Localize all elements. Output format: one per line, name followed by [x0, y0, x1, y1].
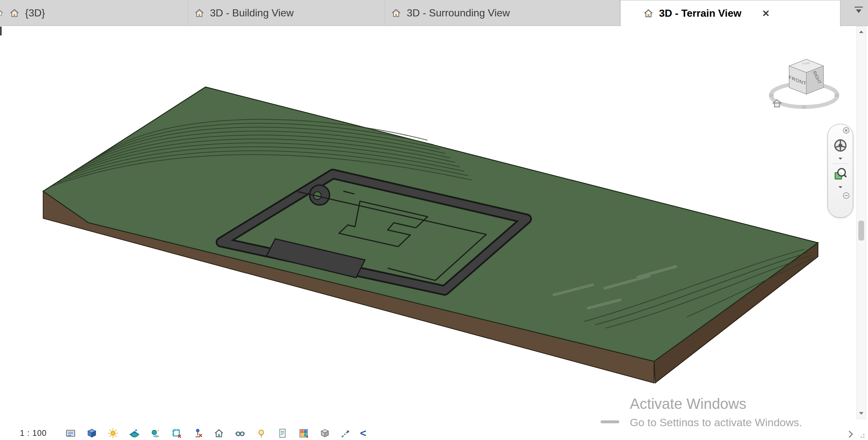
- compass-south-tick: [802, 105, 806, 109]
- compass-west-tick: [769, 94, 774, 97]
- wheel-menu-caret-icon[interactable]: [838, 156, 843, 161]
- scroll-down-icon[interactable]: [857, 408, 866, 419]
- tab-bar-spacer: [840, 0, 868, 26]
- worksharing-display-icon[interactable]: [298, 427, 310, 439]
- temporary-view-properties-icon[interactable]: [276, 427, 288, 439]
- navbar-minimize-icon[interactable]: [843, 192, 850, 200]
- home-icon: [194, 9, 204, 17]
- tab-label: {3D}: [25, 7, 45, 19]
- shadows-icon[interactable]: [149, 427, 161, 439]
- home-icon: [10, 9, 19, 17]
- view-tab-surrounding-view[interactable]: 3D - Surrounding View: [385, 0, 620, 26]
- rendering-dialog-icon[interactable]: [128, 427, 140, 439]
- compass-east-tick: [835, 94, 839, 97]
- view-tab-bar: {3D} 3D - Building View 3D - Surrounding…: [0, 0, 868, 26]
- collapse-chevron[interactable]: <: [360, 427, 366, 439]
- vertical-scrollbar[interactable]: [857, 26, 866, 419]
- view-control-icons: [64, 427, 352, 439]
- detail-level-icon[interactable]: [64, 427, 77, 439]
- vertical-scroll-thumb[interactable]: [858, 221, 864, 240]
- view-tab-building-view[interactable]: 3D - Building View: [188, 0, 385, 26]
- visual-style-icon[interactable]: [86, 427, 98, 439]
- scroll-up-icon[interactable]: [857, 26, 866, 37]
- viewcube[interactable]: FRONT RIGHT TOP: [769, 59, 839, 109]
- temporary-hide-isolate-icon[interactable]: [234, 427, 246, 439]
- bottom-right-corner: [848, 430, 865, 438]
- sun-path-icon[interactable]: [107, 427, 119, 439]
- view-control-bar: 1 : 100: [0, 426, 868, 440]
- displacement-path-icon[interactable]: [340, 427, 352, 439]
- crop-view-icon[interactable]: [170, 427, 183, 439]
- tab-label: 3D - Terrain View: [659, 7, 742, 19]
- navigation-bar: [828, 124, 853, 218]
- partial-tab-icon: [0, 0, 3, 26]
- home-icon: [0, 9, 3, 17]
- navbar-divider: [832, 164, 849, 164]
- horizontal-scroll-thumb[interactable]: [600, 420, 619, 423]
- terrain-3d-view[interactable]: FRONT RIGHT TOP: [0, 26, 855, 426]
- home-icon: [644, 9, 653, 18]
- tab-label: 3D - Surrounding View: [407, 7, 510, 19]
- steering-wheel-icon[interactable]: [833, 138, 848, 153]
- home-icon: [391, 9, 401, 17]
- view-tab-terrain-view[interactable]: 3D - Terrain View ✕: [620, 0, 840, 26]
- zoom-icon[interactable]: [833, 166, 848, 182]
- navbar-close-icon[interactable]: [843, 127, 850, 135]
- home-view-icon[interactable]: [213, 427, 225, 439]
- close-tab-icon[interactable]: ✕: [762, 8, 770, 19]
- view-tab-3d[interactable]: {3D}: [3, 0, 188, 26]
- show-crop-region-icon[interactable]: [192, 427, 204, 439]
- displaced-elements-icon[interactable]: [319, 427, 331, 439]
- revit-window: {3D} 3D - Building View 3D - Surrounding…: [0, 0, 868, 440]
- vertical-scroll-track[interactable]: [857, 37, 866, 408]
- canvas-corner-artifact: [0, 27, 2, 36]
- scale-indicator[interactable]: 1 : 100: [20, 429, 46, 438]
- tab-label: 3D - Building View: [210, 7, 294, 19]
- drawing-area[interactable]: FRONT RIGHT TOP: [0, 26, 855, 426]
- resize-grip-icon[interactable]: [860, 433, 865, 438]
- zoom-menu-caret-icon[interactable]: [838, 184, 843, 189]
- tab-list-dropdown-icon[interactable]: [853, 5, 864, 16]
- toposurface[interactable]: [43, 87, 818, 383]
- scroll-right-icon[interactable]: [848, 430, 853, 438]
- reveal-hidden-elements-icon[interactable]: [255, 427, 268, 439]
